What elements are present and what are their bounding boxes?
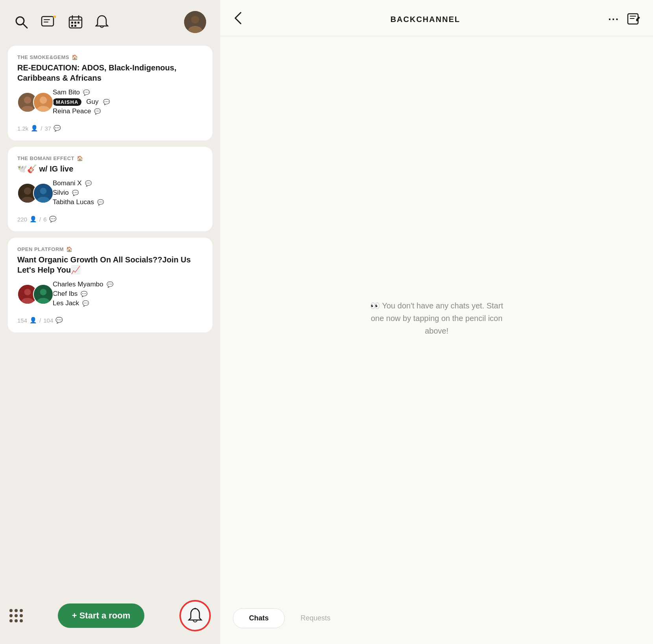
search-button[interactable] xyxy=(14,15,28,29)
room-club-1: THE SMOKE&GEMS 🏠 xyxy=(17,54,203,60)
room-title-1: RE-EDUCATION: ADOS, Black-Indigenous, Ca… xyxy=(17,63,203,83)
start-room-button[interactable]: + Start a room xyxy=(58,603,145,628)
compose-message-button[interactable] xyxy=(41,15,56,29)
chats-tab[interactable]: Chats xyxy=(233,608,285,628)
top-bar xyxy=(0,0,220,41)
dots-grid xyxy=(9,609,23,622)
avatar-silvio xyxy=(33,183,53,203)
room-speakers-1: Sam Bito 💬 MAISHA Guy 💬 Reina Peace 💬 xyxy=(53,89,110,115)
avatar-chef xyxy=(33,284,53,304)
svg-marker-3 xyxy=(53,16,56,18)
room-speaker-avatars-3 xyxy=(17,284,49,304)
svg-point-31 xyxy=(24,289,31,295)
speaker-row-maisha: MAISHA Guy 💬 xyxy=(53,98,110,106)
svg-point-28 xyxy=(40,188,47,194)
speaker-row-les: Les Jack 💬 xyxy=(53,299,113,307)
empty-chats-message: 👀 You don't have any chats yet. Start on… xyxy=(370,299,504,337)
svg-point-19 xyxy=(24,96,31,103)
room-title-3: Want Organic Growth On All Socials??Join… xyxy=(17,255,203,275)
channel-title: BACKCHANNEL xyxy=(390,15,460,24)
svg-rect-12 xyxy=(71,25,73,27)
requests-tab[interactable]: Requests xyxy=(285,609,346,628)
speaker-row-chef: Chef Ibs 💬 xyxy=(53,290,113,298)
svg-point-17 xyxy=(191,16,199,24)
svg-line-1 xyxy=(23,24,27,28)
start-room-label: + Start a room xyxy=(72,611,131,621)
right-panel: BACKCHANNEL ··· 👀 You don't have any cha… xyxy=(220,0,653,644)
speaker-row-silvio: Silvio 💬 xyxy=(53,189,104,197)
maisha-badge: MAISHA xyxy=(53,98,81,106)
more-options-button[interactable]: ··· xyxy=(608,13,619,26)
notification-bell-button[interactable] xyxy=(179,600,211,631)
back-button[interactable] xyxy=(233,11,242,28)
room-meta-3: 154 👤 / 104 💬 xyxy=(17,317,203,324)
right-header-actions: ··· xyxy=(608,13,640,26)
speaker-row-reina: Reina Peace 💬 xyxy=(53,107,110,115)
compose-chat-button[interactable] xyxy=(627,13,640,26)
house-icon-3: 🏠 xyxy=(66,246,73,252)
room-speaker-avatars-1 xyxy=(17,92,49,113)
room-meta-1: 1.2k 👤 / 37 💬 xyxy=(17,125,203,132)
right-header: BACKCHANNEL ··· xyxy=(220,0,653,36)
room-card-1[interactable]: THE SMOKE&GEMS 🏠 RE-EDUCATION: ADOS, Bla… xyxy=(8,46,212,140)
svg-rect-13 xyxy=(74,25,76,27)
right-tabs: Chats Requests xyxy=(220,600,653,644)
speaker-row-charles: Charles Myambo 💬 xyxy=(53,280,113,288)
room-meta-2: 220 👤 / 6 💬 xyxy=(17,216,203,223)
left-panel: THE SMOKE&GEMS 🏠 RE-EDUCATION: ADOS, Bla… xyxy=(0,0,220,644)
speaker-row-sam: Sam Bito 💬 xyxy=(53,89,110,96)
house-icon-1: 🏠 xyxy=(72,54,78,60)
svg-rect-11 xyxy=(77,22,79,24)
notifications-button[interactable] xyxy=(95,15,109,29)
room-card-2[interactable]: THE BOMANI EFFECT 🏠 🕊️🎸 w/ IG live Boman… xyxy=(8,147,212,231)
right-content: 👀 You don't have any chats yet. Start on… xyxy=(220,36,653,600)
room-club-2: THE BOMANI EFFECT 🏠 xyxy=(17,155,203,161)
calendar-button[interactable] xyxy=(68,15,83,29)
bottom-bar: + Start a room xyxy=(0,594,220,644)
top-bar-icons xyxy=(14,15,109,29)
rooms-list: THE SMOKE&GEMS 🏠 RE-EDUCATION: ADOS, Bla… xyxy=(0,41,220,594)
room-speakers-3: Charles Myambo 💬 Chef Ibs 💬 Les Jack 💬 xyxy=(53,280,113,307)
room-club-3: OPEN PLATFORM 🏠 xyxy=(17,246,203,252)
avatar-maisha xyxy=(33,92,53,113)
svg-point-34 xyxy=(40,289,47,295)
speaker-row-tabitha: Tabitha Lucas 💬 xyxy=(53,198,104,206)
svg-point-22 xyxy=(40,96,47,103)
room-speakers-2: Bomani X 💬 Silvio 💬 Tabitha Lucas 💬 xyxy=(53,179,104,206)
svg-rect-10 xyxy=(74,22,76,24)
house-icon-2: 🏠 xyxy=(77,155,83,161)
speaker-row-bomani: Bomani X 💬 xyxy=(53,179,104,187)
svg-point-25 xyxy=(24,187,31,194)
room-card-3[interactable]: OPEN PLATFORM 🏠 Want Organic Growth On A… xyxy=(8,238,212,332)
svg-rect-9 xyxy=(71,22,73,24)
room-speaker-avatars-2 xyxy=(17,183,49,203)
user-avatar[interactable] xyxy=(184,11,206,33)
svg-rect-2 xyxy=(42,17,53,26)
room-title-2: 🕊️🎸 w/ IG live xyxy=(17,164,203,174)
